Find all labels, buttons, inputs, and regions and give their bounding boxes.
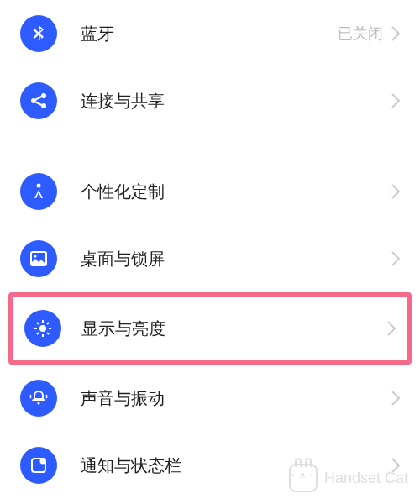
list-item-display-brightness[interactable]: 显示与亮度: [8, 292, 412, 365]
list-item-bluetooth[interactable]: 蓝牙 已关闭: [0, 0, 420, 67]
svg-point-2: [41, 103, 46, 108]
chevron-right-icon: [387, 321, 396, 336]
item-label: 个性化定制: [81, 181, 391, 203]
list-item-connect-share[interactable]: 连接与共享: [0, 67, 420, 134]
item-label: 桌面与锁屏: [81, 248, 391, 270]
list-item-personalization[interactable]: 个性化定制: [0, 158, 420, 225]
notification-icon: [20, 447, 57, 484]
svg-point-0: [31, 98, 36, 103]
svg-point-17: [40, 459, 46, 465]
compass-icon: [20, 173, 57, 210]
chevron-right-icon: [391, 391, 400, 406]
sound-icon: [20, 380, 57, 417]
bluetooth-icon: [20, 15, 57, 52]
svg-line-11: [37, 323, 39, 324]
chevron-right-icon: [391, 93, 400, 108]
svg-point-5: [34, 255, 37, 258]
item-label: 连接与共享: [81, 90, 391, 113]
chevron-right-icon: [391, 26, 400, 41]
svg-point-15: [38, 402, 40, 405]
chevron-right-icon: [391, 458, 400, 473]
item-label: 显示与亮度: [81, 318, 387, 340]
image-icon: [20, 240, 57, 277]
brightness-icon: [24, 310, 61, 347]
item-label: 通知与状态栏: [81, 454, 391, 477]
list-item-sound-vibration[interactable]: 声音与振动: [0, 365, 420, 432]
list-item-notifications-statusbar[interactable]: 通知与状态栏: [0, 432, 420, 499]
svg-point-3: [37, 184, 41, 188]
chevron-right-icon: [391, 184, 400, 199]
item-label: 声音与振动: [81, 387, 391, 410]
svg-line-14: [47, 323, 49, 324]
item-status: 已关闭: [338, 24, 383, 44]
settings-list: 蓝牙 已关闭 连接与共享 个性化定制 桌面与锁屏: [0, 0, 420, 499]
svg-line-13: [37, 333, 39, 334]
share-icon: [20, 82, 57, 119]
svg-point-1: [41, 93, 46, 98]
svg-point-6: [39, 325, 46, 332]
item-label: 蓝牙: [81, 23, 338, 45]
svg-line-12: [47, 333, 49, 334]
chevron-right-icon: [391, 251, 400, 266]
list-item-desktop-lockscreen[interactable]: 桌面与锁屏: [0, 225, 420, 292]
section-gap: [0, 134, 420, 158]
